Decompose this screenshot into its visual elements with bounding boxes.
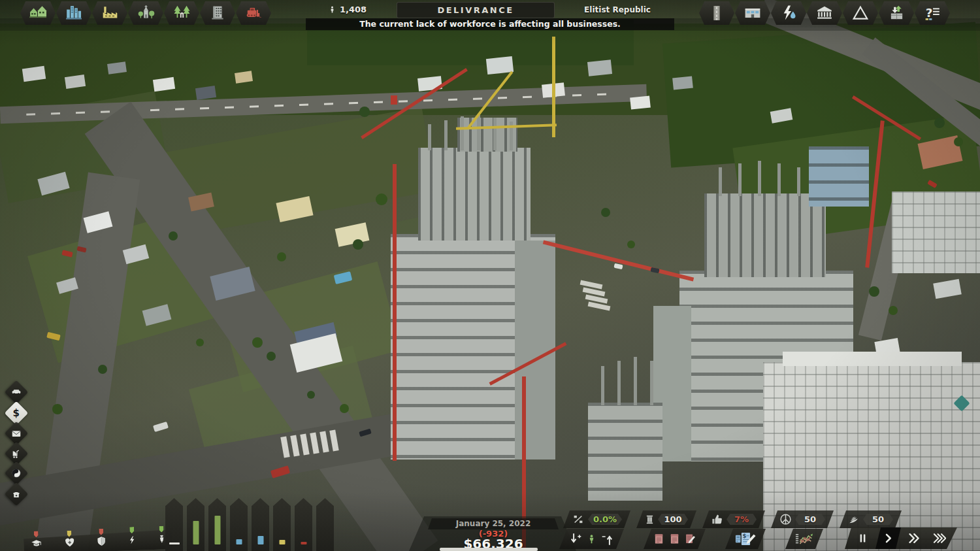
parks-icon [173,5,191,22]
budget-group: $ [725,529,766,549]
services-bar [23,524,172,551]
statistics-panel-button[interactable] [795,531,813,546]
document-pencil-icon [685,532,696,546]
decor [630,95,651,109]
tool-government[interactable] [807,1,842,25]
person-green-icon [587,533,596,546]
budget-icon: $ [735,531,756,546]
thumb-up-icon [711,514,723,526]
decor [252,337,263,348]
decor [418,148,531,241]
decrease-immigration-button[interactable] [601,532,614,546]
panel-communications[interactable] [5,482,29,507]
indicator-prestige[interactable]: 50 [840,510,902,528]
tool-offices[interactable] [200,1,235,25]
fast-forward-icon [907,532,920,544]
tool-industry[interactable] [92,1,127,25]
service-safety[interactable] [96,529,107,550]
tool-roads[interactable] [699,1,734,25]
pause-icon [857,532,868,544]
decor [98,365,107,374]
gauge-2-fill [193,521,199,544]
decor [954,137,963,146]
tool-trade[interactable] [879,1,914,25]
government-type[interactable]: Elitist Republic [574,5,661,14]
indicator-unemployment[interactable]: 0.0% [563,510,630,528]
decor [758,161,761,196]
tool-civic[interactable] [128,1,163,25]
increase-immigration-button[interactable] [569,532,582,546]
tool-utilities[interactable] [771,1,806,25]
edit-edicts-button[interactable] [685,532,696,546]
statistics-group [785,529,823,549]
decor [797,167,800,196]
gauge-7-fill [301,542,306,544]
left-toolbar: $ [8,384,34,514]
city-name[interactable]: DELIVRANCE [397,2,555,18]
population-count: 1,408 [340,5,367,14]
indicator-peace[interactable]: 50 [771,510,834,528]
population-readout[interactable]: 1,408 [329,5,367,14]
decor [892,192,980,273]
gauge-6[interactable] [273,498,291,551]
administration-value: 100 [658,514,688,525]
decor [376,193,387,205]
decor [267,352,276,361]
notification-banner[interactable]: The current lack of workforce is affecti… [306,18,674,30]
decor [493,118,497,150]
tool-demolish[interactable] [236,1,271,25]
decor [617,361,621,405]
decor [613,263,623,270]
civic-icon [137,5,155,22]
speed-pause-button[interactable] [850,527,875,549]
panel-balance[interactable] [5,461,29,486]
timeline-progress[interactable] [440,548,538,551]
speed-fastest-forward-button[interactable] [926,527,952,549]
decor [809,146,869,207]
tool-landmarks[interactable] [843,1,878,25]
gauge-5[interactable] [252,498,269,551]
government-icon [815,5,834,22]
tool-residential[interactable] [20,1,56,25]
tool-public-buildings[interactable] [735,1,770,25]
decor [704,193,826,277]
migration-controls-group [559,529,624,549]
decor [153,422,169,432]
decor [601,208,610,217]
action-bar: $ [559,529,823,549]
decor [52,404,63,414]
timeline-progress-fill [440,548,538,551]
game-date: January 25, 2022 [428,518,559,529]
road-icon [709,5,725,22]
tool-help[interactable]: ? [915,1,950,25]
indicator-administration[interactable]: 100 [636,510,696,528]
edict-document-2-button[interactable] [669,532,680,546]
peace-value: 50 [795,514,825,525]
service-education[interactable] [30,531,43,551]
gauge-8[interactable] [316,498,334,551]
edict-document-1-button[interactable] [653,532,664,546]
panel-vehicles[interactable] [5,380,29,405]
gauge-7[interactable] [295,498,312,551]
tool-parks[interactable] [164,1,199,25]
speed-play-button[interactable] [875,527,901,549]
column-icon [645,513,655,526]
decor [650,361,653,405]
person-icon [329,5,336,14]
citizens-button[interactable] [587,533,596,546]
decor [393,164,397,461]
bulldozer-icon [244,5,263,22]
speed-fast-forward-button[interactable] [901,527,926,549]
service-health[interactable] [63,530,75,550]
city-viewport[interactable] [0,0,980,551]
budget-panel-button[interactable]: $ [735,531,756,546]
gauge-4[interactable] [230,498,248,551]
gauge-1[interactable] [165,498,183,551]
decor [277,252,286,261]
decor [340,404,349,413]
indicator-approval[interactable]: 7% [702,510,765,528]
tool-commercial[interactable] [56,1,91,25]
gauge-2[interactable] [187,498,204,551]
service-power[interactable] [127,527,137,548]
gauge-3[interactable] [208,498,226,551]
